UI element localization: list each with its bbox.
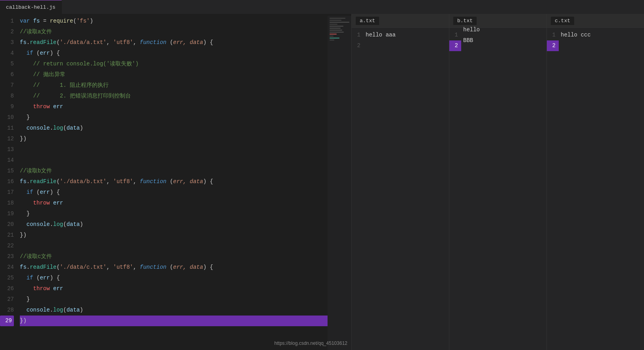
ln-15: 15 bbox=[0, 166, 14, 176]
tab-a-txt-label: a.txt bbox=[360, 18, 375, 24]
code-line-21: }) bbox=[20, 230, 328, 241]
code-line-12: }) bbox=[20, 134, 328, 144]
ln-3: 3 bbox=[0, 37, 14, 48]
code-line-26: throw err bbox=[20, 283, 328, 294]
svg-rect-10 bbox=[330, 36, 334, 36]
ln-2: 2 bbox=[0, 27, 14, 37]
b-ln-2: 2 bbox=[449, 40, 461, 51]
right-panels: a.txt 1 hello aaa 2 b.txt bbox=[352, 14, 644, 350]
code-line-15: //读取b文件 bbox=[20, 166, 328, 176]
a-text-1: hello aaa bbox=[364, 30, 396, 40]
ln-24: 24 bbox=[0, 262, 14, 273]
ln-16: 16 bbox=[0, 176, 14, 187]
code-line-3: fs.readFile('./data/a.txt', 'utf8', func… bbox=[20, 37, 328, 48]
ln-7: 7 bbox=[0, 80, 14, 91]
code-line-28: console.log(data) bbox=[20, 305, 328, 316]
code-line-5: // return console.log('读取失败') bbox=[20, 59, 328, 69]
panel-c-tab-bar: c.txt bbox=[547, 14, 644, 28]
ln-23: 23 bbox=[0, 251, 14, 262]
ln-22: 22 bbox=[0, 241, 14, 251]
code-line-17: if (err) { bbox=[20, 187, 328, 198]
b-text-1: helloBBB bbox=[461, 25, 480, 46]
tab-main[interactable]: callback-hell.js bbox=[0, 0, 62, 14]
panel-a-txt: a.txt 1 hello aaa 2 bbox=[352, 14, 449, 350]
svg-rect-7 bbox=[330, 30, 342, 31]
svg-rect-12 bbox=[330, 40, 334, 40]
panel-a-content: 1 hello aaa 2 bbox=[352, 28, 449, 350]
main-area: 1 2 3 4 5 6 7 8 9 10 11 12 13 14 15 16 1… bbox=[0, 14, 644, 350]
code-line-6: // 抛出异常 bbox=[20, 69, 328, 80]
tab-a-txt[interactable]: a.txt bbox=[356, 17, 379, 25]
tab-bar: callback-hell.js bbox=[0, 0, 644, 14]
code-line-16: fs.readFile('./data/b.txt', 'utf8', func… bbox=[20, 176, 328, 187]
a-ln-2: 2 bbox=[352, 40, 364, 51]
svg-rect-2 bbox=[330, 20, 341, 21]
code-line-18: throw err bbox=[20, 198, 328, 208]
ln-27: 27 bbox=[0, 294, 14, 305]
tab-c-txt[interactable]: c.txt bbox=[551, 17, 574, 25]
svg-rect-1 bbox=[330, 18, 345, 19]
code-line-7: // 1. 阻止程序的执行 bbox=[20, 80, 328, 91]
code-line-25: if (err) { bbox=[20, 273, 328, 283]
ln-1: 1 bbox=[0, 16, 14, 27]
code-line-13 bbox=[20, 144, 328, 155]
c-ln-2: 2 bbox=[547, 40, 559, 51]
ln-9: 9 bbox=[0, 101, 14, 112]
ln-6: 6 bbox=[0, 69, 14, 80]
ln-5: 5 bbox=[0, 59, 14, 69]
code-line-9: throw err bbox=[20, 101, 328, 112]
tab-c-txt-label: c.txt bbox=[555, 18, 570, 24]
minimap[interactable] bbox=[328, 16, 351, 350]
tab-b-txt[interactable]: b.txt bbox=[453, 17, 477, 25]
panel-b-content: 1 helloBBB 2 bbox=[449, 28, 546, 350]
ln-20: 20 bbox=[0, 219, 14, 230]
ln-17: 17 bbox=[0, 187, 14, 198]
code-line-19: } bbox=[20, 208, 328, 219]
svg-rect-5 bbox=[330, 26, 343, 27]
panel-c-content: 1 hello ccc 2 bbox=[547, 28, 644, 350]
code-line-4: if (err) { bbox=[20, 48, 328, 59]
code-line-11: console.log(data) bbox=[20, 123, 328, 134]
ln-11: 11 bbox=[0, 123, 14, 134]
b-ln-1: 1 bbox=[449, 30, 461, 40]
svg-rect-4 bbox=[330, 24, 337, 25]
code-line-2: //读取a文件 bbox=[20, 27, 328, 37]
panel-c-txt: c.txt 1 hello ccc 2 bbox=[547, 14, 644, 350]
c-line-2: 2 bbox=[547, 40, 644, 51]
ln-14: 14 bbox=[0, 155, 14, 166]
code-line-22 bbox=[20, 241, 328, 251]
ln-28: 28 bbox=[0, 305, 14, 316]
code-line-24: fs.readFile('./data/c.txt', 'utf8', func… bbox=[20, 262, 328, 273]
svg-rect-8 bbox=[330, 32, 344, 33]
panel-b-txt: b.txt 1 helloBBB 2 bbox=[449, 14, 547, 350]
ln-29: 29 bbox=[0, 316, 14, 326]
line-numbers: 1 2 3 4 5 6 7 8 9 10 11 12 13 14 15 16 1… bbox=[0, 16, 18, 350]
tab-main-label: callback-hell.js bbox=[6, 4, 56, 10]
code-line-20: console.log(data) bbox=[20, 219, 328, 230]
code-line-29: }) bbox=[20, 316, 328, 326]
c-line-1: 1 hello ccc bbox=[547, 30, 644, 40]
watermark: https://blog.csdn.net/qq_45103612 bbox=[274, 340, 347, 346]
panel-a-tab-bar: a.txt bbox=[352, 14, 449, 28]
c-text-1: hello ccc bbox=[559, 30, 591, 40]
code-content[interactable]: var fs = require('fs') //读取a文件 fs.readFi… bbox=[18, 16, 328, 350]
code-panel: 1 2 3 4 5 6 7 8 9 10 11 12 13 14 15 16 1… bbox=[0, 14, 352, 350]
ln-19: 19 bbox=[0, 208, 14, 219]
tab-b-txt-label: b.txt bbox=[457, 18, 473, 24]
ln-10: 10 bbox=[0, 112, 14, 123]
code-line-10: } bbox=[20, 112, 328, 123]
code-line-1: var fs = require('fs') bbox=[20, 16, 328, 27]
code-line-27: } bbox=[20, 294, 328, 305]
svg-rect-9 bbox=[330, 34, 337, 34]
svg-rect-0 bbox=[328, 16, 351, 350]
svg-rect-6 bbox=[330, 28, 341, 29]
svg-rect-3 bbox=[330, 22, 349, 23]
code-line-8: // 2. 把错误消息打印到控制台 bbox=[20, 91, 328, 101]
b-line-1: 1 helloBBB bbox=[449, 30, 546, 40]
a-line-1: 1 hello aaa bbox=[352, 30, 449, 40]
ln-12: 12 bbox=[0, 134, 14, 144]
ln-21: 21 bbox=[0, 230, 14, 241]
ln-18: 18 bbox=[0, 198, 14, 208]
code-line-23: //读取c文件 bbox=[20, 251, 328, 262]
ln-25: 25 bbox=[0, 273, 14, 283]
